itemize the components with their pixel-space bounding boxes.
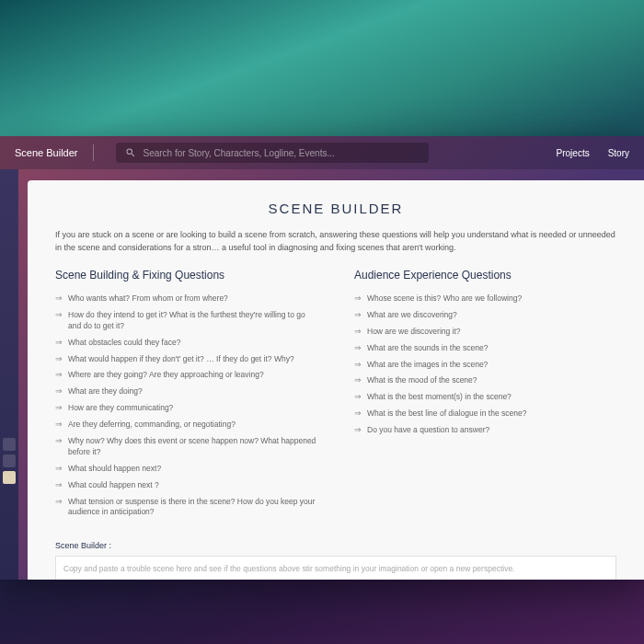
question-item: Are they deferring, commanding, or negot… (55, 417, 317, 433)
columns: Scene Building & Fixing Questions Who wa… (55, 269, 616, 521)
right-heading: Audience Experience Questions (354, 269, 616, 282)
question-item: What are we discovering? (354, 307, 616, 324)
intro-text: If you are stuck on a scene or are looki… (55, 229, 616, 254)
question-item: What is the mood of the scene? (354, 373, 616, 389)
question-item: What should happen next? (55, 461, 317, 477)
sidebar-item[interactable] (3, 454, 16, 467)
sidebar-item-active[interactable] (3, 471, 16, 484)
question-item: Where are they going? Are they approachi… (55, 367, 317, 384)
search-icon (125, 147, 136, 158)
question-item: What are the images in the scene? (354, 357, 616, 374)
builder-label: Scene Builder : (55, 541, 616, 550)
column-left: Scene Building & Fixing Questions Who wa… (55, 269, 317, 521)
search-input[interactable] (144, 148, 420, 158)
top-bar: Scene Builder Projects Story (0, 136, 644, 169)
page-title: SCENE BUILDER (55, 201, 616, 216)
nav-projects[interactable]: Projects (557, 148, 590, 158)
question-item: What could happen next ? (55, 477, 317, 494)
left-questions: Who wants what? From whom or from where?… (55, 291, 317, 521)
sidebar (0, 169, 18, 580)
question-item: Whose scene is this? Who are we followin… (354, 291, 616, 307)
content-area: SCENE BUILDER If you are stuck on a scen… (28, 180, 644, 580)
sidebar-item[interactable] (3, 438, 16, 451)
question-item: Do you have a question to answer? (354, 422, 616, 439)
question-item: Who wants what? From whom or from where? (55, 291, 317, 307)
question-item: What are they doing? (55, 384, 317, 400)
question-item: How are we discovering it? (354, 324, 616, 340)
divider (93, 144, 94, 161)
question-item: What would happen if they don't' get it?… (55, 351, 317, 368)
app-window: Scene Builder Projects Story SCENE BUILD… (0, 136, 644, 580)
question-item: Why now? Why does this event or scene ha… (55, 433, 317, 461)
question-item: How are they communicating? (55, 400, 317, 417)
app-title: Scene Builder (15, 147, 78, 158)
nav-story[interactable]: Story (608, 148, 629, 158)
question-item: What tension or suspense is there in the… (55, 494, 317, 522)
left-heading: Scene Building & Fixing Questions (55, 269, 317, 282)
builder-section: Scene Builder : Copy and paste a trouble… (55, 541, 616, 580)
builder-textarea[interactable]: Copy and paste a trouble scene here and … (55, 556, 616, 580)
nav-right: Projects Story (557, 148, 629, 158)
question-item: What are the sounds in the scene? (354, 340, 616, 357)
column-right: Audience Experience Questions Whose scen… (354, 269, 616, 521)
question-item: What obstacles could they face? (55, 335, 317, 351)
search-box[interactable] (116, 143, 429, 163)
question-item: How do they intend to get it? What is th… (55, 307, 317, 335)
right-questions: Whose scene is this? Who are we followin… (354, 291, 616, 439)
question-item: What is the best line of dialogue in the… (354, 406, 616, 422)
question-item: What is the best moment(s) in the scene? (354, 389, 616, 406)
